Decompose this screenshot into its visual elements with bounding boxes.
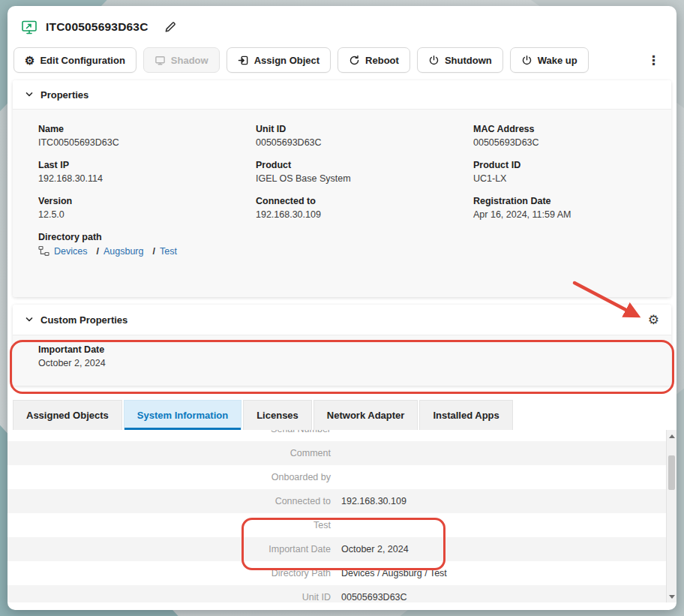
scroll-up-icon xyxy=(669,434,675,438)
directory-path-link[interactable]: Augsburg xyxy=(92,246,143,257)
custom-property-field: Important Date October 2, 2024 xyxy=(38,344,656,368)
row-label: Directory Path xyxy=(8,568,331,578)
tab[interactable]: Installed Apps xyxy=(419,400,512,430)
property-value: 00505693D63C xyxy=(473,137,656,148)
tab-bar: Assigned Objects System Information Lice… xyxy=(8,400,676,430)
property-value: 192.168.30.109 xyxy=(256,209,473,220)
tab-label: Assigned Objects xyxy=(26,410,109,421)
row-label: Onboarded by xyxy=(8,472,331,482)
chevron-down-icon[interactable] xyxy=(25,90,34,99)
property-field: Unit ID 00505693D63C xyxy=(256,124,473,148)
tab[interactable]: Assigned Objects xyxy=(13,400,122,430)
row-value: 192.168.30.109 xyxy=(341,496,406,506)
edit-configuration-label: Edit Configuration xyxy=(40,55,124,66)
custom-properties-header: Custom Properties ⚙ xyxy=(13,305,671,335)
scroll-down-button[interactable] xyxy=(667,591,676,602)
assign-object-button[interactable]: Assign Object xyxy=(226,47,331,73)
property-value: 00505693D63C xyxy=(256,137,473,148)
row-value: Devices / Augsburg / Test xyxy=(341,568,447,578)
row-value: 00505693D63C xyxy=(341,592,407,602)
reboot-icon xyxy=(349,55,360,66)
directory-path-link[interactable]: Test xyxy=(148,246,176,257)
directory-path-field: Directory path Devices Augsburg Test xyxy=(38,232,256,257)
rename-pencil-icon[interactable] xyxy=(164,20,177,34)
shadow-label: Shadow xyxy=(171,55,208,66)
custom-properties-title: Custom Properties xyxy=(40,314,128,326)
property-value: IGEL OS Base System xyxy=(256,173,473,184)
row-label: Serial Number xyxy=(8,430,331,434)
property-label: Last IP xyxy=(38,160,256,170)
custom-property-value: October 2, 2024 xyxy=(38,358,656,368)
property-field: Name ITC00505693D63C xyxy=(38,124,256,148)
page-title: ITC00505693D63C xyxy=(46,20,148,34)
reboot-label: Reboot xyxy=(365,55,399,66)
device-action-toolbar: ⚙ Edit Configuration Shadow Assign Objec… xyxy=(8,41,676,74)
device-icon xyxy=(21,19,38,35)
properties-body: Name ITC00505693D63C Unit ID 00505693D63… xyxy=(13,109,671,297)
property-field: MAC Address 00505693D63C xyxy=(473,124,656,148)
table-row: Directory Path Devices / Augsburg / Test xyxy=(8,561,676,585)
system-information-panel: Serial Number Comment Onboarded by Conne… xyxy=(8,430,676,602)
tree-icon xyxy=(38,245,50,257)
window-header: ITC00505693D63C xyxy=(8,6,676,41)
more-actions-kebab-icon[interactable]: ⋮ xyxy=(643,53,664,68)
chevron-down-icon[interactable] xyxy=(25,315,34,324)
scroll-up-button[interactable] xyxy=(667,431,676,441)
custom-properties-section: Custom Properties ⚙ Important Date Octob… xyxy=(13,305,671,386)
shutdown-label: Shutdown xyxy=(445,55,492,66)
table-row: Connected to 192.168.30.109 xyxy=(8,489,676,513)
property-label: Name xyxy=(38,124,256,134)
device-detail-window: ITC00505693D63C ⚙ Edit Configuration Sha… xyxy=(8,6,676,610)
tab[interactable]: Licenses xyxy=(243,400,312,430)
assign-object-label: Assign Object xyxy=(254,55,320,66)
reboot-button[interactable]: Reboot xyxy=(338,47,410,73)
row-label: Important Date xyxy=(8,544,331,554)
wake-up-button[interactable]: Wake up xyxy=(510,47,589,73)
property-value: 192.168.30.114 xyxy=(38,173,256,184)
property-field: Connected to 192.168.30.109 xyxy=(256,196,473,220)
property-label: Product ID xyxy=(473,160,656,170)
tab-label: Installed Apps xyxy=(433,410,499,421)
property-label: Connected to xyxy=(256,196,473,206)
table-row: Comment xyxy=(8,441,676,465)
directory-path-link[interactable]: Devices xyxy=(54,246,87,257)
shutdown-button[interactable]: Shutdown xyxy=(417,47,503,73)
gear-icon: ⚙ xyxy=(25,55,34,66)
vertical-scrollbar[interactable] xyxy=(666,430,676,602)
tab[interactable]: Network Adapter xyxy=(314,400,418,430)
property-field: Product ID UC1-LX xyxy=(473,160,656,184)
table-row: Test xyxy=(8,513,676,537)
tab-label: Licenses xyxy=(256,410,298,421)
custom-properties-gear-icon[interactable]: ⚙ xyxy=(648,314,659,326)
property-value: Apr 16, 2024, 11:59 AM xyxy=(473,209,656,220)
tab[interactable]: System Information xyxy=(124,400,242,430)
scrollbar-thumb[interactable] xyxy=(668,455,675,490)
property-field: Product IGEL OS Base System xyxy=(256,160,473,184)
table-row: Unit ID 00505693D63C xyxy=(8,585,676,602)
table-row: Serial Number xyxy=(8,430,676,441)
monitor-icon xyxy=(154,55,166,66)
directory-path-label: Directory path xyxy=(38,232,256,242)
property-field: Version 12.5.0 xyxy=(38,196,256,220)
row-value: October 2, 2024 xyxy=(341,544,409,554)
shadow-button[interactable]: Shadow xyxy=(143,47,220,73)
property-value: 12.5.0 xyxy=(38,209,256,220)
properties-header: Properties xyxy=(13,80,671,109)
property-value: ITC00505693D63C xyxy=(38,137,256,148)
custom-property-label: Important Date xyxy=(38,344,656,355)
property-label: Registration Date xyxy=(473,196,656,206)
scroll-down-icon xyxy=(669,595,675,599)
tab-label: Network Adapter xyxy=(327,410,405,421)
row-label: Test xyxy=(8,520,331,530)
property-label: Product xyxy=(256,160,473,170)
power-icon xyxy=(521,55,532,66)
power-icon xyxy=(428,55,440,66)
row-label: Comment xyxy=(8,448,331,458)
property-field: Last IP 192.168.30.114 xyxy=(38,160,256,184)
property-label: Version xyxy=(38,196,256,206)
tab-label: System Information xyxy=(137,410,228,421)
properties-section: Properties Name ITC00505693D63C Unit ID … xyxy=(13,80,671,297)
system-information-table: Serial Number Comment Onboarded by Conne… xyxy=(8,430,676,602)
property-value: UC1-LX xyxy=(473,173,656,184)
edit-configuration-button[interactable]: ⚙ Edit Configuration xyxy=(14,47,136,73)
